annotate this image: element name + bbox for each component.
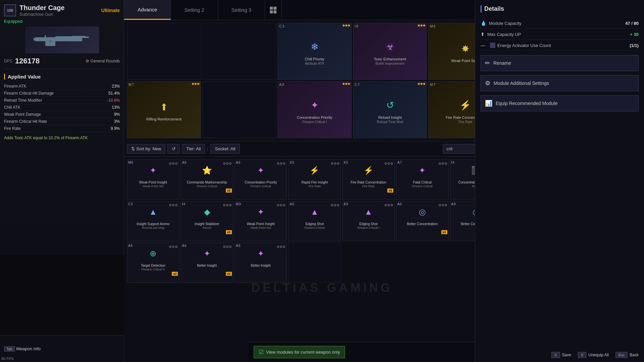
weapon-name: Thunder Cage	[19, 4, 64, 12]
module-settings-label: Module Additional Settings	[494, 81, 549, 86]
tab-advance[interactable]: Advance	[124, 0, 171, 20]
ammo-type: ⚙ General Rounds	[86, 59, 120, 63]
svg-rect-7	[45, 35, 46, 38]
tier-filter-button[interactable]: Tier: All	[182, 144, 205, 154]
module-slot-toxic-enhancement[interactable]: I8 ☣ Toxic Enhancement Bullet Improvemen…	[353, 23, 427, 80]
stat-reload: Reload Time Modifier -10.6%	[4, 97, 120, 104]
dps-label: DPS	[4, 59, 12, 63]
equipped-badge: Equipped	[4, 19, 120, 24]
module-capacity-row: 💧 Module Capacity 47 / 80	[481, 18, 639, 29]
refresh-icon: ↺	[172, 146, 176, 151]
svg-rect-10	[270, 10, 273, 13]
stat-firearm-atk: Firearm ATK 23%	[4, 83, 120, 90]
stats-list: Firearm ATK 23% Firearm Critical Hit Dam…	[4, 83, 120, 132]
stack-badge-x3b: x3	[441, 230, 447, 234]
details-title: Details	[481, 5, 639, 12]
inv-module-better-insight-2[interactable]: A8 ⚙⚙⚙ ✦ Better Insight	[235, 243, 287, 283]
back-action[interactable]: Esc Back	[615, 352, 639, 358]
back-key: Esc	[615, 352, 628, 358]
svg-rect-8	[270, 7, 273, 10]
tab-weapon-info-label: Weapon Info	[16, 346, 41, 351]
rename-button[interactable]: ✏ Rename	[481, 55, 639, 71]
stat-chill-atk: Chill ATK 13%	[4, 104, 120, 111]
weapon-type: Submachine Gun	[19, 12, 64, 17]
stat-weak-point: Weak Point Damage 9%	[4, 111, 120, 118]
refresh-button[interactable]: ↺	[167, 144, 180, 154]
unequip-label: Unequip All	[588, 353, 609, 357]
dps-value: 126178	[15, 57, 40, 65]
svg-rect-4	[55, 36, 76, 38]
energy-activator-row: — Energy Activator Use Count (1/1)	[481, 40, 639, 51]
socket-filter-label: Socket: All	[215, 146, 235, 151]
tab-grid-view[interactable]	[265, 0, 282, 20]
stack-badge: x2	[226, 189, 232, 193]
inv-module-weak-point-insight-2[interactable]: M9 ⚙⚙⚙ ✦ Weak Point Insight Weak Point S…	[235, 201, 287, 241]
inv-module-concentration-priority-2[interactable]: A6 ⚙⚙⚙ ✦ Concentration Priority Firearm …	[235, 159, 287, 200]
inv-module-weak-point-insight-1[interactable]: M6 ⚙⚙⚙ ✦ Weak Point Insight Weak Point S…	[127, 159, 179, 200]
stat-crit-rate: Firearm Critical Hit Rate 3%	[4, 118, 120, 125]
inv-module-edging-shot-2[interactable]: A9 ⚙⚙⚙ ▲ Edging Shot Firearm Critical I	[342, 201, 395, 241]
stat-crit-damage: Firearm Critical Hit Damage 51.4%	[4, 90, 120, 97]
equip-recommended-button[interactable]: 📊 Equip Recommended Module	[481, 95, 639, 111]
module-inventory-grid: M6 ⚙⚙⚙ ✦ Weak Point Insight Weak Point S…	[124, 157, 505, 286]
sort-button[interactable]: ⇅ Sort by: New	[127, 144, 165, 154]
tab-setting3[interactable]: Setting 3	[218, 0, 265, 20]
equip-recommended-label: Equip Recommended Module	[496, 101, 557, 106]
checkbox-icon: ☑	[259, 349, 263, 355]
energy-icon	[490, 43, 495, 48]
module-slot-chill-priority[interactable]: C3 ❄ Chill Priority Attribute ATK	[278, 23, 352, 80]
save-key: S	[551, 352, 560, 358]
stack-badge-x2b: x2	[226, 272, 232, 276]
inv-module-fatal-critical[interactable]: A7 ⚙⚙⚙ ✦ Fatal Critical Firearm Critical	[396, 159, 448, 200]
fps-counter: 60 FPS	[1, 357, 14, 361]
stack-badge-x3: x3	[226, 230, 232, 234]
tab-setting2[interactable]: Setting 2	[171, 0, 218, 20]
rename-label: Rename	[493, 60, 511, 66]
dps-row: DPS 126178 ⚙ General Rounds	[4, 57, 120, 69]
max-capacity-row: ⬆ Max Capacity UP + 30	[481, 29, 639, 40]
save-label: Save	[562, 353, 571, 357]
svg-rect-5	[81, 37, 89, 38]
module-slot-2[interactable]	[202, 23, 277, 80]
right-panel: Details 💧 Module Capacity 47 / 80 ⬆ Max …	[475, 0, 644, 362]
inv-module-commando[interactable]: A6 ⚙⚙⚙ x2 ⭐ Commando Marksmanship Firear…	[181, 159, 233, 200]
back-label: Back	[630, 353, 639, 357]
module-slot-rifling[interactable]: M7 ⬆ Rifling Reinforcement	[127, 81, 201, 138]
sort-label: Sort by: New	[136, 146, 161, 151]
unequip-action[interactable]: X Unequip All	[578, 352, 609, 358]
weapon-level: 100	[4, 4, 16, 16]
module-slot-1[interactable]	[127, 23, 201, 80]
module-slot-reload-insight[interactable]: C7 ↺ Reload Insight Reload Time Mod	[353, 81, 427, 138]
save-action[interactable]: S Save	[551, 352, 571, 358]
module-slot-empty2[interactable]	[202, 81, 277, 138]
equip-icon: 📊	[485, 100, 492, 107]
inv-module-target-detection[interactable]: A6 ⚙⚙⚙ x2 ⊕ Target Detection Firearm Cri…	[127, 243, 179, 283]
tier-filter-label: Tier: All	[186, 146, 201, 151]
tabs-row: Advance Setting 2 Setting 3	[124, 0, 505, 20]
main-area: Advance Setting 2 Setting 3 C3 ❄ Chill P	[124, 0, 505, 362]
inv-module-better-concentration-1[interactable]: A6 ⚙⚙⚙ x3 ◎ Better Concentration	[396, 201, 448, 241]
svg-rect-9	[274, 7, 277, 10]
inv-module-better-insight-1[interactable]: A6 ⚙⚙⚙ x2 ✦ Better Insight	[181, 243, 233, 283]
module-slot-concentration-priority[interactable]: A9 ✦ Concentration Priority Firearm Crit…	[278, 81, 352, 138]
view-current-weapon-checkbox[interactable]: ☑ View modules for current weapon only	[254, 346, 345, 358]
sort-icon: ⇅	[131, 146, 135, 151]
inv-module-fire-rate-conc[interactable]: X5 ⚙⚙⚙ x5 ⚡ Fire Rate Concentration Fire…	[342, 159, 395, 200]
inv-module-rapid-fire[interactable]: X5 ⚙⚙⚙ ⚡ Rapid Fire Insight Fire Rate	[288, 159, 341, 200]
tab-key: Tab	[4, 346, 15, 352]
toxic-note: Adds Toxic ATK equal to 10.2% of Firearm…	[4, 136, 120, 140]
bottom-left-bar: Tab Weapon Info	[0, 335, 124, 362]
left-panel: 100 Thunder Cage Submachine Gun Ultimate…	[0, 0, 124, 255]
inv-module-edging-shot-1[interactable]: A6 ⚙⚙⚙ ▲ Edging Shot Firearm Critical	[288, 201, 341, 241]
weapon-rarity: Ultimate	[101, 8, 120, 13]
unequip-key: X	[578, 352, 586, 358]
stack-badge-x5: x5	[387, 189, 393, 193]
socket-filter-button[interactable]: Socket: All	[210, 144, 240, 154]
inv-module-insight-stabilizer[interactable]: I4 ⚙⚙⚙ x3 ◆ Insight Stabilizer Recoil	[181, 201, 233, 241]
module-slots-grid: C3 ❄ Chill Priority Attribute ATK I8 ☣ T…	[124, 20, 505, 141]
svg-rect-11	[274, 10, 277, 13]
inv-module-insight-support-ammo[interactable]: C5 ⚙⚙⚙ ▲ Insight Support Ammo Rounds per…	[127, 201, 179, 241]
module-additional-settings-button[interactable]: ⚙ Module Additional Settings	[481, 75, 639, 91]
svg-rect-3	[34, 38, 36, 41]
weapon-header: 100 Thunder Cage Submachine Gun Ultimate	[4, 4, 120, 17]
